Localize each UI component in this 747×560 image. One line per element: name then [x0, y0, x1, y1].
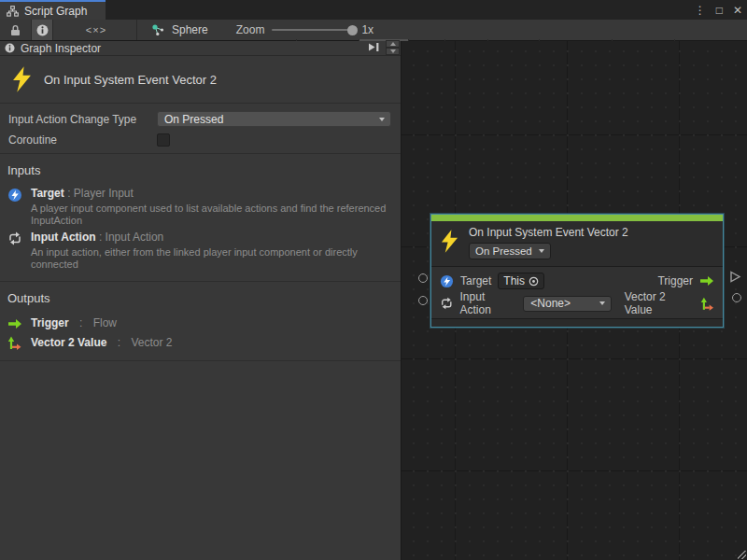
- zoom-slider[interactable]: [272, 29, 354, 31]
- chevron-down-icon: [539, 249, 544, 253]
- zoom-slider-handle[interactable]: [347, 25, 358, 35]
- output-item-vector2: Vector 2 Value : Vector 2: [0, 332, 401, 353]
- graph-toolbar: <×> Sphere Zoom 1x Relations: [0, 20, 747, 41]
- coroutine-checkbox[interactable]: [157, 133, 170, 147]
- port-name: Target: [31, 187, 64, 200]
- port-description: An input action, either from the linked …: [31, 246, 393, 271]
- coroutine-label: Coroutine: [8, 133, 157, 147]
- info-icon: [36, 24, 49, 36]
- port-type: Player Input: [74, 187, 134, 200]
- graph-object-label: Sphere: [172, 23, 208, 36]
- inspected-node-title: On Input System Event Vector 2: [44, 73, 217, 87]
- graph-canvas[interactable]: On Input System Event Vector 2 On Presse…: [402, 41, 747, 560]
- node-row-target-trigger: Target This Trigger: [431, 270, 723, 292]
- close-icon[interactable]: ✕: [733, 5, 742, 16]
- event-bolt-icon: [12, 66, 32, 92]
- trigger-output-port[interactable]: [729, 271, 741, 283]
- input-action-icon: [7, 231, 23, 271]
- vector2-icon: [700, 297, 714, 311]
- hierarchy-icon: [7, 6, 19, 17]
- node-footer: [431, 318, 723, 327]
- node-row-inputaction-vector2: Input Action <None> Vector 2 Value: [431, 292, 723, 315]
- node-settings-form: Input Action Change Type On Pressed Coro…: [0, 104, 401, 154]
- inputs-heading: Inputs: [0, 160, 401, 186]
- input-item-target: Target : Player Input A player input com…: [0, 186, 401, 230]
- title-bar: Script Graph ⋮ □ ✕: [0, 0, 747, 20]
- chevron-down-icon: [379, 118, 385, 121]
- zoom-label: Zoom: [236, 23, 265, 36]
- input-action-port-label: Input Action: [460, 290, 517, 316]
- port-type: Flow: [93, 316, 117, 329]
- lock-icon[interactable]: [7, 20, 22, 40]
- graph-inspector-title: Graph Inspector: [21, 42, 101, 55]
- input-action-input-port[interactable]: [418, 296, 428, 305]
- vector2-port-label: Vector 2 Value: [625, 290, 695, 316]
- input-action-icon: [440, 297, 454, 310]
- flow-arrow-icon: [7, 318, 23, 329]
- port-name: Trigger: [31, 316, 69, 329]
- tab-label: Script Graph: [24, 5, 87, 18]
- object-picker-icon: [529, 276, 539, 287]
- graph-object-button[interactable]: Sphere: [151, 23, 208, 36]
- code-view-icon[interactable]: <×>: [80, 20, 112, 40]
- tab-script-graph[interactable]: Script Graph: [0, 0, 106, 20]
- port-type: Input Action: [106, 231, 164, 244]
- node-title: On Input System Event Vector 2: [469, 226, 628, 239]
- toolbar-separator: [136, 20, 137, 40]
- player-input-icon: [440, 274, 454, 288]
- zoom-value: 1x: [361, 23, 374, 36]
- scroll-down-button[interactable]: [386, 48, 400, 55]
- flow-arrow-icon: [699, 275, 714, 287]
- target-value-button[interactable]: This: [498, 273, 544, 289]
- target-input-port[interactable]: [418, 273, 428, 283]
- window-controls: ⋮ □ ✕: [695, 0, 742, 20]
- graph-node-icon: [151, 23, 165, 36]
- vector2-icon: [7, 336, 23, 350]
- scroll-up-button[interactable]: [386, 40, 400, 48]
- port-description: A player input component used to list av…: [31, 203, 393, 227]
- node-header: On Input System Event Vector 2 On Presse…: [431, 221, 723, 267]
- outputs-section: Outputs Trigger : Flow: [0, 282, 401, 361]
- node-on-input-system-event-vector2[interactable]: On Input System Event Vector 2 On Presse…: [430, 214, 724, 328]
- output-item-trigger: Trigger : Flow: [0, 314, 401, 332]
- panel-scroll-buttons: [386, 40, 400, 55]
- inspected-node-title-block: On Input System Event Vector 2: [0, 56, 401, 104]
- maximize-icon[interactable]: □: [716, 5, 723, 16]
- zoom-control: Zoom 1x: [236, 23, 374, 36]
- input-action-dropdown[interactable]: <None>: [523, 296, 611, 312]
- node-mode-dropdown[interactable]: On Pressed: [469, 243, 551, 259]
- inspector-toggle-button[interactable]: [31, 20, 53, 40]
- node-color-bar: [431, 215, 723, 221]
- window-menu-icon[interactable]: ⋮: [695, 5, 706, 16]
- triangle-up-icon: [390, 42, 396, 46]
- toolbar-left-group: <×> Sphere Zoom 1x: [0, 20, 374, 40]
- graph-inspector-header: Graph Inspector: [0, 41, 401, 56]
- port-type: Vector 2: [131, 336, 172, 349]
- window-resize-grip[interactable]: [738, 551, 746, 559]
- port-name: Input Action: [31, 231, 96, 244]
- trigger-port-label: Trigger: [657, 274, 693, 287]
- dock-panel-icon[interactable]: [368, 42, 380, 52]
- input-item-input-action: Input Action : Input Action An input act…: [0, 230, 401, 273]
- chevron-down-icon: [599, 301, 605, 305]
- player-input-icon: [7, 188, 23, 227]
- script-graph-window: Script Graph ⋮ □ ✕ <×>: [0, 0, 747, 560]
- change-type-dropdown[interactable]: On Pressed: [157, 111, 391, 127]
- target-port-label: Target: [460, 274, 491, 287]
- event-bolt-icon: [441, 230, 458, 253]
- graph-inspector-panel: Graph Inspector On Input System Event Ve…: [0, 41, 402, 560]
- port-name: Vector 2 Value: [31, 336, 106, 349]
- info-icon: [5, 43, 15, 53]
- inputs-section: Inputs Target : Player Input A player in…: [0, 154, 401, 282]
- change-type-label: Input Action Change Type: [8, 113, 157, 126]
- outputs-heading: Outputs: [0, 287, 401, 314]
- vector2-output-port[interactable]: [732, 293, 741, 302]
- triangle-down-icon: [390, 49, 396, 53]
- node-body: Target This Trigger: [431, 267, 723, 318]
